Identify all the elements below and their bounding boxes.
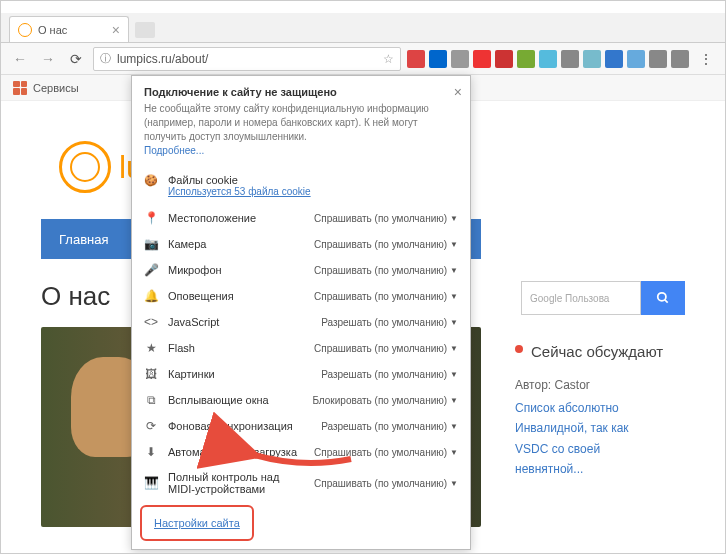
sidebar: Сейчас обсуждают Автор: Castor Список аб… xyxy=(515,341,685,480)
extension-icon[interactable] xyxy=(583,50,601,68)
live-dot-icon xyxy=(515,345,523,353)
tab-close-button[interactable]: × xyxy=(112,22,120,38)
permission-value-dropdown[interactable]: Разрешать (по умолчанию) ▼ xyxy=(321,421,458,432)
site-settings-highlight: Настройки сайта xyxy=(140,505,254,541)
sidebar-link[interactable]: невнятной... xyxy=(515,459,685,479)
permission-label: Камера xyxy=(168,238,304,250)
permission-label: Местоположение xyxy=(168,212,304,224)
permission-icon: ⧉ xyxy=(144,393,158,407)
extension-icon[interactable] xyxy=(671,50,689,68)
url-text: lumpics.ru/about/ xyxy=(117,52,377,66)
apps-icon[interactable] xyxy=(13,81,27,95)
svg-point-0 xyxy=(658,293,666,301)
omnibox[interactable]: ⓘ lumpics.ru/about/ ☆ xyxy=(93,47,401,71)
permission-value-dropdown[interactable]: Спрашивать (по умолчанию) ▼ xyxy=(314,239,458,250)
favicon-icon xyxy=(18,23,32,37)
permission-icon: <> xyxy=(144,315,158,329)
search-icon xyxy=(656,291,670,305)
sidebar-link[interactable]: Список абсолютно xyxy=(515,398,685,418)
permission-label: Оповещения xyxy=(168,290,304,302)
address-bar: ← → ⟳ ⓘ lumpics.ru/about/ ☆ ⋮ xyxy=(1,43,725,75)
permission-row: 📍 Местоположение Спрашивать (по умолчани… xyxy=(132,205,470,231)
permission-label: Картинки xyxy=(168,368,311,380)
extension-icon[interactable] xyxy=(539,50,557,68)
permission-icon: ⬇ xyxy=(144,445,158,459)
cookies-link[interactable]: Используется 53 файла cookie xyxy=(168,186,311,197)
permission-row: ★ Flash Спрашивать (по умолчанию) ▼ xyxy=(132,335,470,361)
permission-icon: ★ xyxy=(144,341,158,355)
permission-icon: 📍 xyxy=(144,211,158,225)
permission-label: JavaScript xyxy=(168,316,311,328)
permission-row: 🖼 Картинки Разрешать (по умолчанию) ▼ xyxy=(132,361,470,387)
bookmark-star-icon[interactable]: ☆ xyxy=(383,52,394,66)
sidebar-link[interactable]: Инвалидной, так как xyxy=(515,418,685,438)
permission-value-dropdown[interactable]: Разрешать (по умолчанию) ▼ xyxy=(321,369,458,380)
permission-value-dropdown[interactable]: Спрашивать (по умолчанию) ▼ xyxy=(314,213,458,224)
permission-row: ⟳ Фоновая синхронизация Разрешать (по ум… xyxy=(132,413,470,439)
extension-icon[interactable] xyxy=(605,50,623,68)
permission-icon: 🎹 xyxy=(144,476,158,490)
extension-icon[interactable] xyxy=(649,50,667,68)
search-button[interactable] xyxy=(641,281,685,315)
popup-more-link[interactable]: Подробнее... xyxy=(144,145,204,156)
cookies-section: 🍪 Файлы cookie Используется 53 файла coo… xyxy=(132,166,470,205)
comment-author: Автор: Castor xyxy=(515,378,685,392)
sidebar-link[interactable]: VSDC со своей xyxy=(515,439,685,459)
new-tab-button[interactable] xyxy=(135,22,155,38)
extension-icon[interactable] xyxy=(429,50,447,68)
permission-icon: 🖼 xyxy=(144,367,158,381)
permission-label: Всплывающие окна xyxy=(168,394,302,406)
bookmarks-services[interactable]: Сервисы xyxy=(33,82,79,94)
extension-icon[interactable] xyxy=(561,50,579,68)
permission-value-dropdown[interactable]: Блокировать (по умолчанию) ▼ xyxy=(312,395,458,406)
extension-icon[interactable] xyxy=(473,50,491,68)
sidebar-heading: Сейчас обсуждают xyxy=(515,341,685,362)
search-input[interactable]: Google Пользова xyxy=(521,281,641,315)
permission-icon: 📷 xyxy=(144,237,158,251)
extensions-row xyxy=(407,50,689,68)
tab-title: О нас xyxy=(38,24,67,36)
extension-icon[interactable] xyxy=(517,50,535,68)
extension-icon[interactable] xyxy=(451,50,469,68)
permission-icon: 🔔 xyxy=(144,289,158,303)
permission-value-dropdown[interactable]: Спрашивать (по умолчанию) ▼ xyxy=(314,343,458,354)
extension-icon[interactable] xyxy=(407,50,425,68)
popup-close-button[interactable]: × xyxy=(454,84,462,100)
extension-icon[interactable] xyxy=(627,50,645,68)
permission-value-dropdown[interactable]: Спрашивать (по умолчанию) ▼ xyxy=(314,291,458,302)
permission-label: Фоновая синхронизация xyxy=(168,420,311,432)
nav-reload-button[interactable]: ⟳ xyxy=(65,48,87,70)
permission-row: ⧉ Всплывающие окна Блокировать (по умолч… xyxy=(132,387,470,413)
cookies-title: Файлы cookie xyxy=(168,174,311,186)
nav-forward-button: → xyxy=(37,48,59,70)
menu-button[interactable]: ⋮ xyxy=(695,48,717,70)
permission-row: 📷 Камера Спрашивать (по умолчанию) ▼ xyxy=(132,231,470,257)
site-settings-link[interactable]: Настройки сайта xyxy=(154,517,240,529)
nav-back-button[interactable]: ← xyxy=(9,48,31,70)
permission-row: 🎤 Микрофон Спрашивать (по умолчанию) ▼ xyxy=(132,257,470,283)
search-box: Google Пользова xyxy=(521,281,685,315)
popup-description: Не сообщайте этому сайту конфиденциальну… xyxy=(144,102,458,144)
nav-home-link[interactable]: Главная xyxy=(59,232,108,247)
svg-line-1 xyxy=(665,300,668,303)
extension-icon[interactable] xyxy=(495,50,513,68)
permission-icon: 🎤 xyxy=(144,263,158,277)
permission-value-dropdown[interactable]: Разрешать (по умолчанию) ▼ xyxy=(321,317,458,328)
tab-bar: О нас × xyxy=(1,13,725,43)
permission-value-dropdown[interactable]: Спрашивать (по умолчанию) ▼ xyxy=(314,265,458,276)
logo-icon xyxy=(59,141,111,193)
popup-title: Подключение к сайту не защищено xyxy=(144,86,458,98)
annotation-arrow xyxy=(241,439,361,483)
security-info-icon[interactable]: ⓘ xyxy=(100,51,111,66)
permission-label: Flash xyxy=(168,342,304,354)
browser-tab[interactable]: О нас × xyxy=(9,16,129,42)
page-title: О нас xyxy=(41,281,110,312)
permission-row: <> JavaScript Разрешать (по умолчанию) ▼ xyxy=(132,309,470,335)
permission-row: 🔔 Оповещения Спрашивать (по умолчанию) ▼ xyxy=(132,283,470,309)
cookie-icon: 🍪 xyxy=(144,174,158,187)
permission-label: Микрофон xyxy=(168,264,304,276)
permission-icon: ⟳ xyxy=(144,419,158,433)
